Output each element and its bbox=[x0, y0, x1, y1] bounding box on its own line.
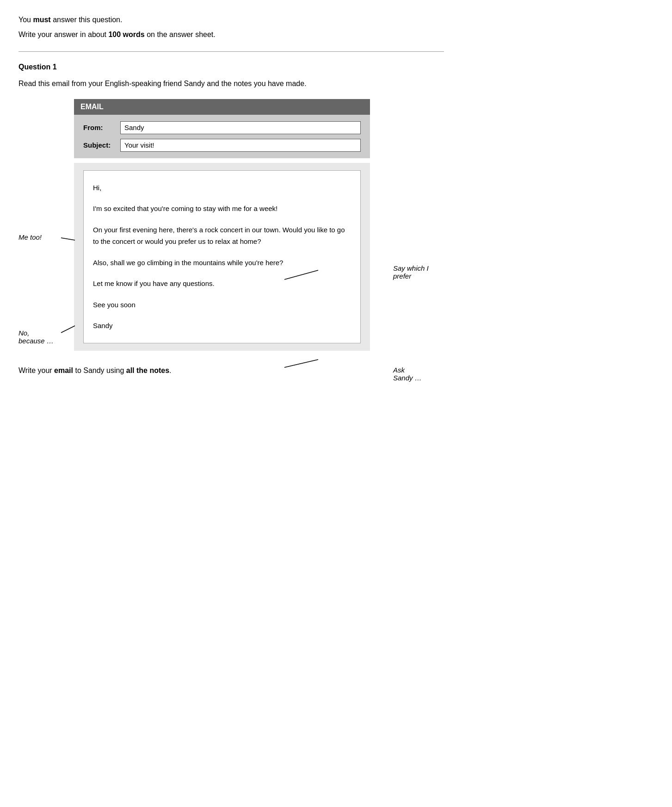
email-body: Hi, I'm so excited that you're coming to… bbox=[74, 163, 370, 351]
notes-bold: all the notes bbox=[126, 366, 169, 374]
svg-line-0 bbox=[61, 238, 75, 240]
annotation-no-because: No, because … bbox=[18, 321, 54, 345]
divider bbox=[18, 51, 444, 52]
from-row: From: Sandy bbox=[83, 121, 361, 134]
email-container: EMAIL From: Sandy Subject: Your visit! H… bbox=[74, 99, 370, 351]
instruction-line-1: You must answer this question. bbox=[18, 14, 444, 26]
body-climbing: Also, shall we go climbing in the mounta… bbox=[93, 257, 351, 269]
annotation-ask-sandy: Ask Sandy … bbox=[393, 358, 444, 382]
intro-text: Read this email from your English-speaki… bbox=[18, 78, 444, 90]
subject-label: Subject: bbox=[83, 141, 120, 149]
email-outer-wrapper: Me too! No, because … Say which I prefer… bbox=[18, 99, 444, 351]
subject-row: Subject: Your visit! bbox=[83, 139, 361, 152]
instructions: You must answer this question. Write you… bbox=[18, 14, 444, 40]
svg-line-2 bbox=[61, 326, 75, 333]
body-questions: Let me know if you have any questions. bbox=[93, 278, 351, 290]
body-see-you: See you soon bbox=[93, 299, 351, 311]
body-excited: I'm so excited that you're coming to sta… bbox=[93, 203, 351, 215]
email-fields: From: Sandy Subject: Your visit! bbox=[74, 115, 370, 158]
annotation-say-which: Say which I prefer bbox=[393, 256, 444, 280]
annotation-me-too: Me too! bbox=[18, 233, 42, 241]
from-label: From: bbox=[83, 124, 120, 131]
write-instruction: Write your email to Sandy using all the … bbox=[18, 365, 444, 377]
question-label: Question 1 bbox=[18, 63, 444, 71]
words-bold: 100 words bbox=[108, 31, 144, 38]
body-signature: Sandy bbox=[93, 320, 351, 332]
body-greeting: Hi, bbox=[93, 182, 351, 194]
subject-value: Your visit! bbox=[120, 139, 361, 152]
email-body-inner: Hi, I'm so excited that you're coming to… bbox=[83, 170, 361, 343]
body-concert: On your first evening here, there's a ro… bbox=[93, 224, 351, 248]
from-value: Sandy bbox=[120, 121, 361, 134]
must-bold: must bbox=[33, 16, 50, 24]
instruction-line-2: Write your answer in about 100 words on … bbox=[18, 29, 444, 41]
email-header: EMAIL bbox=[74, 99, 370, 115]
email-bold: email bbox=[54, 366, 73, 374]
